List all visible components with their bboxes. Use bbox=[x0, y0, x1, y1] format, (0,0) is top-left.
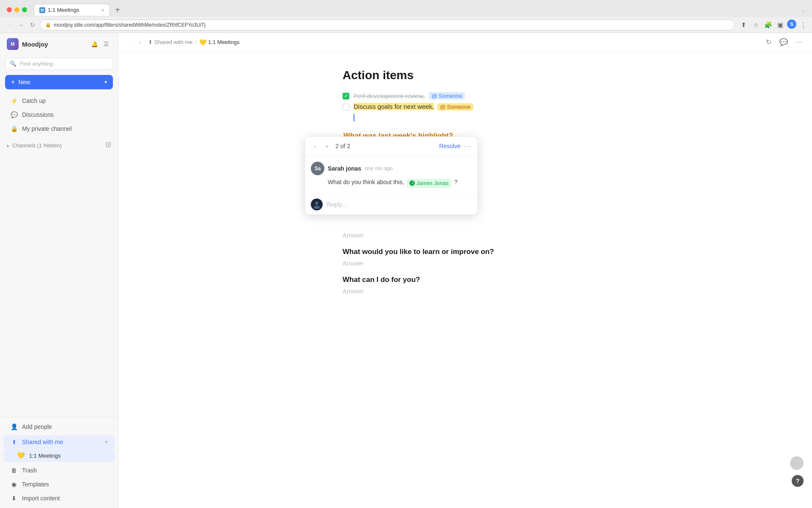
question-4-text: What would you like to learn or improve … bbox=[343, 248, 494, 256]
comment-icon[interactable]: 💬 bbox=[777, 36, 790, 49]
sidebar-bottom: 👤 Add people ⬆ Shared with me ▾ 💛 1:1 Me… bbox=[0, 417, 118, 508]
minimize-traffic-light[interactable] bbox=[14, 7, 19, 12]
checkbox-unchecked-2[interactable] bbox=[343, 104, 349, 110]
active-tab[interactable]: M 1:1 Meetings × bbox=[34, 4, 110, 16]
reply-input[interactable]: Reply... bbox=[327, 201, 472, 208]
new-button-container: + New ▾ bbox=[5, 75, 113, 89]
tab-close-icon[interactable]: × bbox=[101, 7, 104, 14]
share-button[interactable]: ⬆ bbox=[738, 19, 749, 30]
sidebar-item-meetings[interactable]: 💛 1:1 Meetings bbox=[3, 449, 115, 462]
menu-button[interactable]: ⋮ bbox=[798, 19, 809, 30]
sidebar-item-discussions[interactable]: 💬 Discussions bbox=[3, 108, 115, 121]
add-people-icon: 👤 bbox=[10, 423, 18, 431]
mention-2: @ Someone bbox=[437, 103, 473, 110]
checkmark-icon: ✓ bbox=[344, 94, 348, 98]
breadcrumb-shared-label: Shared with me bbox=[154, 39, 192, 45]
templates-icon: ◉ bbox=[10, 480, 18, 488]
sidebar-item-catchup[interactable]: ⚡ Catch up bbox=[3, 94, 115, 108]
sidebar-item-add-people[interactable]: 👤 Add people bbox=[3, 420, 115, 433]
sidebar-nav: ⚡ Catch up 💬 Discussions 🔒 My private ch… bbox=[0, 92, 118, 138]
checklist: ✓ Perf development review, @ Someone Dis… bbox=[343, 91, 588, 123]
answer-placeholder-5[interactable]: Answer bbox=[343, 287, 364, 295]
browser-chrome: M 1:1 Meetings × + ⌄ ← → ↻ 🔒 moodjoy.sli… bbox=[0, 0, 812, 33]
tab-favicon: M bbox=[39, 7, 45, 13]
sidebar-header: M Moodjoy 🔔 ☰ bbox=[0, 33, 118, 55]
channels-header[interactable]: ▸ Channels (1 hidden) bbox=[7, 140, 111, 151]
answer-2: Answer bbox=[343, 232, 588, 239]
section-heading-4: What would you like to learn or improve … bbox=[343, 248, 588, 256]
shared-with-me-label: Shared with me bbox=[22, 439, 63, 445]
mention-name: James Jonas bbox=[416, 179, 449, 188]
section-heading-5: What can I do for you? bbox=[343, 276, 588, 284]
address-bar[interactable]: 🔒 moodjoy.slite.com/app/filters/sharedWi… bbox=[40, 19, 735, 30]
checkbox-checked-1[interactable]: ✓ bbox=[343, 93, 349, 99]
extension-button[interactable]: 🧩 bbox=[763, 19, 774, 30]
nav-back-button[interactable]: ‹ bbox=[125, 38, 134, 47]
shared-expand-icon: ▾ bbox=[105, 439, 108, 445]
import-label: Import content bbox=[22, 495, 60, 502]
reply-avatar bbox=[311, 199, 323, 210]
trash-icon: 🗑 bbox=[10, 467, 18, 474]
comment-popup-header: ‹ › 2 of 2 Resolve ⋯ bbox=[305, 137, 477, 156]
comment-popup: ‹ › 2 of 2 Resolve ⋯ Sa Sarah jonas one … bbox=[304, 136, 478, 215]
sidebar-item-templates[interactable]: ◉ Templates bbox=[3, 478, 115, 491]
comment-more-button[interactable]: ⋯ bbox=[462, 141, 472, 151]
sidebar-item-import[interactable]: ⬇ Import content bbox=[3, 491, 115, 505]
app-logo[interactable]: M bbox=[7, 38, 19, 50]
private-icon: 🔒 bbox=[10, 125, 18, 133]
question-5-text: What can I do for you? bbox=[343, 276, 420, 284]
sidebar-item-shared-with-me[interactable]: ⬆ Shared with me ▾ bbox=[3, 435, 115, 449]
main-content: ‹ › ⬆ Shared with me / 💛 1:1 Meetings ↻ … bbox=[118, 33, 812, 508]
comment-next-button[interactable]: › bbox=[322, 141, 332, 151]
comment-avatar: Sa bbox=[311, 162, 324, 175]
profile-button[interactable]: S bbox=[787, 19, 796, 29]
resolve-button[interactable]: Resolve bbox=[439, 143, 461, 149]
breadcrumb-shared-with-me[interactable]: ⬆ Shared with me bbox=[148, 39, 192, 45]
text-cursor bbox=[354, 114, 354, 121]
breadcrumb-nav: ‹ › bbox=[125, 38, 145, 47]
reload-button[interactable]: ↻ bbox=[27, 19, 38, 30]
sidebar-item-trash[interactable]: 🗑 Trash bbox=[3, 464, 115, 477]
new-button[interactable]: + New ▾ bbox=[5, 75, 113, 89]
answer-4: Answer bbox=[343, 260, 588, 267]
more-options-button[interactable]: ⋯ bbox=[793, 36, 805, 49]
help-button[interactable]: ? bbox=[792, 475, 804, 487]
cursor-row bbox=[343, 112, 588, 123]
bookmark-button[interactable]: ☆ bbox=[750, 19, 761, 30]
templates-label: Templates bbox=[22, 481, 49, 488]
traffic-lights bbox=[3, 7, 30, 12]
answer-placeholder-2[interactable]: Answer bbox=[343, 232, 364, 239]
mention-dot: J bbox=[409, 180, 415, 186]
comment-prev-button[interactable]: ‹ bbox=[310, 141, 320, 151]
sidebar-toggle-button[interactable]: ▣ bbox=[775, 19, 786, 30]
answer-5: Answer bbox=[343, 287, 588, 295]
sidebar-toggle-icon[interactable]: ☰ bbox=[101, 39, 111, 49]
refresh-icon[interactable]: ↻ bbox=[762, 36, 775, 49]
trash-label: Trash bbox=[22, 467, 37, 474]
checklist-content-2: Discuss goals for next week, @ Someone bbox=[354, 103, 588, 110]
comment-text-before: What do you think about this, bbox=[328, 179, 404, 185]
close-traffic-light[interactable] bbox=[7, 7, 12, 12]
notifications-button[interactable]: 🔔 bbox=[89, 39, 99, 49]
breadcrumb-current-label: 1:1 Meetings bbox=[208, 39, 239, 45]
float-circle-button[interactable] bbox=[790, 456, 804, 470]
nav-forward-button[interactable]: › bbox=[135, 38, 145, 47]
document-title: Action items bbox=[343, 69, 588, 82]
shared-icon: ⬆ bbox=[148, 39, 153, 45]
sidebar-item-private[interactable]: 🔒 My private channel bbox=[3, 122, 115, 135]
forward-button[interactable]: → bbox=[15, 19, 26, 30]
meetings-label: 1:1 Meetings bbox=[29, 453, 60, 459]
answer-placeholder-4[interactable]: Answer bbox=[343, 260, 364, 267]
shared-with-me-icon: ⬆ bbox=[10, 438, 18, 446]
channels-add-icon[interactable] bbox=[105, 142, 111, 149]
breadcrumb-current[interactable]: 💛 1:1 Meetings bbox=[199, 39, 239, 46]
maximize-traffic-light[interactable] bbox=[22, 7, 27, 12]
comment-mention-tag[interactable]: J James Jonas bbox=[407, 179, 451, 188]
comment-body: Sa Sarah jonas one min ago What do you t… bbox=[305, 156, 477, 194]
comment-reply-row: Reply... bbox=[305, 194, 477, 215]
comment-text: What do you think about this, J James Jo… bbox=[311, 178, 472, 188]
search-box[interactable]: 🔍 Find anything bbox=[5, 58, 113, 70]
back-button[interactable]: ← bbox=[3, 19, 14, 30]
new-tab-button[interactable]: + bbox=[112, 4, 123, 16]
search-placeholder: Find anything bbox=[20, 61, 53, 67]
